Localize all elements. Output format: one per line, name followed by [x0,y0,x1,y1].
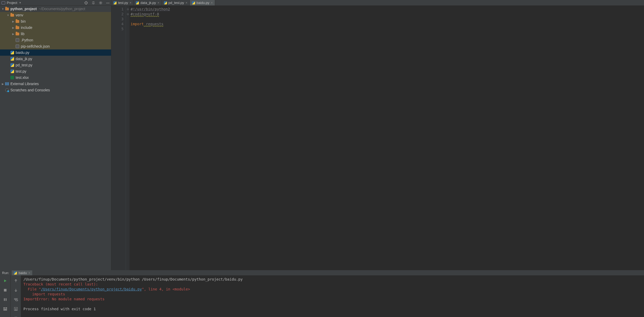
file-icon [16,38,19,42]
tree-item-data-jk-py[interactable]: data_jk.py [0,56,111,62]
rerun-button[interactable] [2,278,8,284]
python-file-icon [10,51,14,54]
hide-icon[interactable]: — [106,1,110,5]
line-number[interactable]: 1 [111,7,124,12]
folder-icon [16,33,19,35]
project-icon [2,1,5,4]
console-output[interactable]: /Users/finup/Documents/python_project/ve… [21,275,644,317]
close-icon[interactable]: × [28,271,30,275]
tree-label: baidu.py [16,50,29,55]
console-file-suffix: ", line 4, in <module> [142,287,190,291]
stop-button[interactable] [2,287,8,293]
fold-icon[interactable]: ⊖ [126,7,130,12]
svg-rect-25 [3,309,7,310]
code-keyword: import [131,22,144,26]
tree-item-pd-test-py[interactable]: pd_test.py [0,62,111,68]
tab-pd-test-py[interactable]: pd_test.py × [162,0,190,5]
pause-button[interactable] [2,297,8,302]
project-title[interactable]: Project [7,1,17,5]
project-tree[interactable]: ▼ python_project ~/Documents/python_proj… [0,6,111,270]
layout-button[interactable] [2,306,8,312]
tab-test-py[interactable]: test.py × [111,0,134,5]
tree-label: test.xlsx [16,75,29,80]
tree-item-venv[interactable]: ▼ venv [0,12,111,18]
libraries-icon [5,82,9,85]
console-exit: Process finished with exit code 1 [23,307,96,311]
code-editor[interactable]: #!/usr/bin/python2 #coding=utf-8 import … [130,6,644,270]
tree-label: Scratches and Consoles [10,88,50,92]
console-file-link[interactable]: /Users/finup/Documents/python_project/ba… [41,287,142,291]
tree-label: data_jk.py [16,57,32,61]
tree-item-test-py[interactable]: test.py [0,68,111,74]
chevron-right-icon[interactable]: ▶ [11,26,15,29]
close-icon[interactable]: × [130,1,131,5]
close-icon[interactable]: × [186,1,188,5]
run-title: Run: [2,271,9,275]
tree-item-external-libraries[interactable]: ▶ External Libraries [0,81,111,87]
svg-line-16 [101,3,102,4]
root-path: ~/Documents/python_project [39,7,85,11]
svg-rect-22 [6,298,7,301]
tree-item-lib[interactable]: ▶ lib [0,31,111,37]
root-label: python_project [10,7,37,11]
tree-item-dot-python[interactable]: .Python [0,37,111,43]
python-file-icon [192,1,195,4]
svg-line-17 [101,2,102,2]
python-file-icon [136,1,139,4]
code-line-2: #coding=utf-8 [131,12,159,16]
down-stack-button[interactable] [13,287,19,293]
chevron-right-icon[interactable]: ▶ [1,83,5,85]
dropdown-arrow-icon[interactable]: ▼ [19,1,21,4]
python-file-icon [10,63,14,67]
gutter[interactable]: 1 2 3 4 5 [111,6,126,270]
soft-wrap-button[interactable] [13,297,19,302]
tree-item-test-xlsx[interactable]: test.xlsx [0,74,111,81]
chevron-right-icon[interactable]: ▶ [11,20,15,23]
tab-label: pd_test.py [169,1,184,5]
svg-rect-20 [4,289,7,291]
python-file-icon [164,1,167,4]
console-import-line: import requests [23,292,65,296]
tree-item-baidu-py[interactable]: baidu.py [0,49,111,56]
fold-gutter[interactable]: ⊖ ⊖ [126,6,130,270]
scroll-to-end-button[interactable] [13,306,19,312]
editor-body[interactable]: 1 2 3 4 5 ⊖ ⊖ #!/usr/bin/python2 #coding… [111,6,644,270]
line-number[interactable]: 4 [111,22,124,27]
line-number[interactable]: 2 [111,12,124,17]
tab-label: data_jk.py [140,1,156,5]
folder-icon [16,20,19,23]
console-traceback-header: Traceback (most recent call last): [23,282,98,286]
locate-icon[interactable] [84,1,88,5]
svg-marker-19 [4,280,7,282]
fold-icon[interactable]: ⊖ [126,12,130,17]
run-actions-right [10,275,21,317]
up-stack-button[interactable] [13,278,19,284]
python-file-icon [113,1,117,4]
svg-rect-23 [3,307,5,309]
tree-item-pip-selfcheck[interactable]: pip-selfcheck.json [0,43,111,49]
run-config-tab[interactable]: baidu × [12,270,32,275]
line-number[interactable]: 3 [111,17,124,22]
chevron-down-icon[interactable]: ▼ [6,14,10,17]
tree-label: lib [21,32,24,36]
editor-area: test.py × data_jk.py × pd_test.py × baid… [111,0,644,270]
gear-icon[interactable] [99,1,102,5]
close-icon[interactable]: × [158,1,159,5]
tab-baidu-py[interactable]: baidu.py × [190,0,215,5]
chevron-right-icon[interactable]: ▶ [11,33,15,35]
tree-root[interactable]: ▼ python_project ~/Documents/python_proj… [0,6,111,12]
tree-item-bin[interactable]: ▶ bin [0,18,111,24]
print-button[interactable] [13,315,19,317]
line-number[interactable]: 5 [111,27,124,31]
editor-tab-bar: test.py × data_jk.py × pd_test.py × baid… [111,0,644,6]
chevron-down-icon[interactable]: ▼ [1,8,5,10]
collapse-all-icon[interactable] [92,1,95,5]
folder-icon [5,8,9,10]
python-file-icon [10,57,14,61]
tree-label: test.py [16,69,26,73]
python-file-icon [14,271,17,275]
tree-item-include[interactable]: ▶ include [0,24,111,31]
tab-data-jk-py[interactable]: data_jk.py × [134,0,162,5]
tree-item-scratches[interactable]: Scratches and Consoles [0,87,111,93]
close-icon[interactable]: × [211,1,213,5]
